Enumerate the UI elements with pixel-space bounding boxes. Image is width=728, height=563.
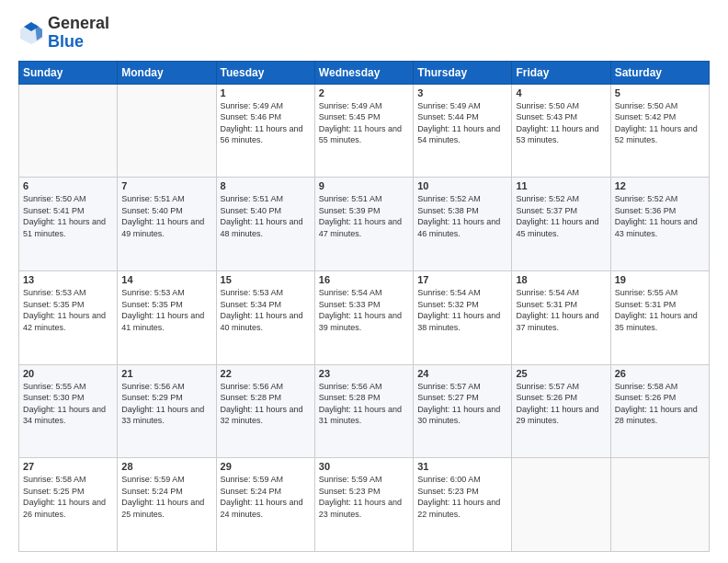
- day-number: 3: [417, 87, 507, 98]
- day-info: Sunrise: 5:55 AM Sunset: 5:31 PM Dayligh…: [615, 287, 705, 333]
- day-info: Sunrise: 5:54 AM Sunset: 5:32 PM Dayligh…: [417, 287, 507, 333]
- calendar-day-6: 6Sunrise: 5:50 AM Sunset: 5:41 PM Daylig…: [19, 178, 118, 271]
- day-number: 21: [121, 368, 211, 379]
- day-info: Sunrise: 5:58 AM Sunset: 5:25 PM Dayligh…: [23, 474, 113, 520]
- day-info: Sunrise: 6:00 AM Sunset: 5:23 PM Dayligh…: [417, 474, 507, 520]
- day-info: Sunrise: 5:57 AM Sunset: 5:26 PM Dayligh…: [516, 381, 606, 427]
- day-number: 26: [615, 368, 705, 379]
- calendar-day-empty: [512, 458, 610, 552]
- calendar-day-7: 7Sunrise: 5:51 AM Sunset: 5:40 PM Daylig…: [118, 178, 216, 271]
- day-info: Sunrise: 5:50 AM Sunset: 5:43 PM Dayligh…: [516, 100, 606, 146]
- calendar-day-3: 3Sunrise: 5:49 AM Sunset: 5:44 PM Daylig…: [414, 84, 512, 178]
- header: General Blue: [18, 15, 710, 52]
- day-info: Sunrise: 5:56 AM Sunset: 5:28 PM Dayligh…: [319, 381, 409, 427]
- calendar-day-30: 30Sunrise: 5:59 AM Sunset: 5:23 PM Dayli…: [314, 458, 413, 552]
- day-number: 2: [319, 87, 409, 98]
- day-number: 9: [319, 180, 409, 191]
- calendar-day-20: 20Sunrise: 5:55 AM Sunset: 5:30 PM Dayli…: [19, 364, 118, 458]
- calendar-day-27: 27Sunrise: 5:58 AM Sunset: 5:25 PM Dayli…: [19, 458, 118, 552]
- calendar-week-row: 27Sunrise: 5:58 AM Sunset: 5:25 PM Dayli…: [19, 458, 710, 552]
- calendar-day-16: 16Sunrise: 5:54 AM Sunset: 5:33 PM Dayli…: [314, 270, 413, 364]
- day-number: 4: [516, 87, 606, 98]
- logo-icon: [18, 20, 44, 46]
- calendar-day-13: 13Sunrise: 5:53 AM Sunset: 5:35 PM Dayli…: [19, 270, 118, 364]
- day-number: 31: [417, 461, 507, 472]
- day-info: Sunrise: 5:53 AM Sunset: 5:35 PM Dayligh…: [121, 287, 211, 333]
- day-number: 23: [319, 368, 409, 379]
- day-number: 24: [417, 368, 507, 379]
- day-number: 11: [516, 180, 606, 191]
- day-number: 14: [121, 274, 211, 285]
- day-info: Sunrise: 5:56 AM Sunset: 5:29 PM Dayligh…: [121, 381, 211, 427]
- page: General Blue SundayMondayTuesdayWednesda…: [0, 0, 728, 563]
- calendar-day-10: 10Sunrise: 5:52 AM Sunset: 5:38 PM Dayli…: [414, 178, 512, 271]
- weekday-header-row: SundayMondayTuesdayWednesdayThursdayFrid…: [19, 61, 710, 84]
- calendar-day-15: 15Sunrise: 5:53 AM Sunset: 5:34 PM Dayli…: [216, 270, 314, 364]
- calendar-day-28: 28Sunrise: 5:59 AM Sunset: 5:24 PM Dayli…: [118, 458, 216, 552]
- day-number: 29: [221, 461, 311, 472]
- day-number: 27: [23, 461, 113, 472]
- weekday-header-friday: Friday: [512, 61, 610, 84]
- day-info: Sunrise: 5:57 AM Sunset: 5:27 PM Dayligh…: [417, 381, 507, 427]
- calendar-day-8: 8Sunrise: 5:51 AM Sunset: 5:40 PM Daylig…: [216, 178, 314, 271]
- calendar-day-21: 21Sunrise: 5:56 AM Sunset: 5:29 PM Dayli…: [118, 364, 216, 458]
- day-number: 6: [23, 180, 113, 191]
- calendar-day-14: 14Sunrise: 5:53 AM Sunset: 5:35 PM Dayli…: [118, 270, 216, 364]
- day-info: Sunrise: 5:53 AM Sunset: 5:35 PM Dayligh…: [23, 287, 113, 333]
- day-number: 16: [319, 274, 409, 285]
- day-number: 22: [221, 368, 311, 379]
- day-info: Sunrise: 5:56 AM Sunset: 5:28 PM Dayligh…: [221, 381, 311, 427]
- day-number: 12: [615, 180, 705, 191]
- day-info: Sunrise: 5:51 AM Sunset: 5:40 PM Dayligh…: [121, 193, 211, 239]
- weekday-header-saturday: Saturday: [610, 61, 709, 84]
- calendar-day-empty: [19, 84, 118, 178]
- calendar-day-9: 9Sunrise: 5:51 AM Sunset: 5:39 PM Daylig…: [314, 178, 413, 271]
- day-info: Sunrise: 5:54 AM Sunset: 5:33 PM Dayligh…: [319, 287, 409, 333]
- calendar-day-31: 31Sunrise: 6:00 AM Sunset: 5:23 PM Dayli…: [414, 458, 512, 552]
- weekday-header-sunday: Sunday: [19, 61, 118, 84]
- day-info: Sunrise: 5:53 AM Sunset: 5:34 PM Dayligh…: [221, 287, 311, 333]
- calendar-day-24: 24Sunrise: 5:57 AM Sunset: 5:27 PM Dayli…: [414, 364, 512, 458]
- day-info: Sunrise: 5:52 AM Sunset: 5:38 PM Dayligh…: [417, 193, 507, 239]
- day-info: Sunrise: 5:49 AM Sunset: 5:44 PM Dayligh…: [417, 100, 507, 146]
- calendar-day-2: 2Sunrise: 5:49 AM Sunset: 5:45 PM Daylig…: [314, 84, 413, 178]
- calendar-day-empty: [610, 458, 709, 552]
- calendar-day-12: 12Sunrise: 5:52 AM Sunset: 5:36 PM Dayli…: [610, 178, 709, 271]
- day-number: 10: [417, 180, 507, 191]
- calendar-day-empty: [118, 84, 216, 178]
- day-number: 15: [221, 274, 311, 285]
- day-info: Sunrise: 5:54 AM Sunset: 5:31 PM Dayligh…: [516, 287, 606, 333]
- day-info: Sunrise: 5:49 AM Sunset: 5:45 PM Dayligh…: [319, 100, 409, 146]
- day-number: 20: [23, 368, 113, 379]
- day-number: 7: [121, 180, 211, 191]
- day-info: Sunrise: 5:50 AM Sunset: 5:42 PM Dayligh…: [615, 100, 705, 146]
- calendar-week-row: 13Sunrise: 5:53 AM Sunset: 5:35 PM Dayli…: [19, 270, 710, 364]
- day-info: Sunrise: 5:51 AM Sunset: 5:39 PM Dayligh…: [319, 193, 409, 239]
- day-info: Sunrise: 5:51 AM Sunset: 5:40 PM Dayligh…: [221, 193, 311, 239]
- calendar-day-23: 23Sunrise: 5:56 AM Sunset: 5:28 PM Dayli…: [314, 364, 413, 458]
- day-info: Sunrise: 5:49 AM Sunset: 5:46 PM Dayligh…: [221, 100, 311, 146]
- day-number: 17: [417, 274, 507, 285]
- calendar-week-row: 1Sunrise: 5:49 AM Sunset: 5:46 PM Daylig…: [19, 84, 710, 178]
- calendar-day-19: 19Sunrise: 5:55 AM Sunset: 5:31 PM Dayli…: [610, 270, 709, 364]
- day-number: 25: [516, 368, 606, 379]
- calendar-day-26: 26Sunrise: 5:58 AM Sunset: 5:26 PM Dayli…: [610, 364, 709, 458]
- weekday-header-wednesday: Wednesday: [314, 61, 413, 84]
- calendar-day-5: 5Sunrise: 5:50 AM Sunset: 5:42 PM Daylig…: [610, 84, 709, 178]
- day-number: 28: [121, 461, 211, 472]
- day-info: Sunrise: 5:59 AM Sunset: 5:24 PM Dayligh…: [121, 474, 211, 520]
- calendar-day-18: 18Sunrise: 5:54 AM Sunset: 5:31 PM Dayli…: [512, 270, 610, 364]
- calendar-week-row: 20Sunrise: 5:55 AM Sunset: 5:30 PM Dayli…: [19, 364, 710, 458]
- day-number: 13: [23, 274, 113, 285]
- day-info: Sunrise: 5:59 AM Sunset: 5:24 PM Dayligh…: [221, 474, 311, 520]
- weekday-header-thursday: Thursday: [414, 61, 512, 84]
- day-number: 18: [516, 274, 606, 285]
- logo-text: General Blue: [48, 15, 109, 52]
- calendar-day-29: 29Sunrise: 5:59 AM Sunset: 5:24 PM Dayli…: [216, 458, 314, 552]
- day-number: 1: [221, 87, 311, 98]
- day-number: 19: [615, 274, 705, 285]
- calendar-table: SundayMondayTuesdayWednesdayThursdayFrid…: [18, 61, 710, 552]
- weekday-header-monday: Monday: [118, 61, 216, 84]
- calendar-week-row: 6Sunrise: 5:50 AM Sunset: 5:41 PM Daylig…: [19, 178, 710, 271]
- day-info: Sunrise: 5:52 AM Sunset: 5:36 PM Dayligh…: [615, 193, 705, 239]
